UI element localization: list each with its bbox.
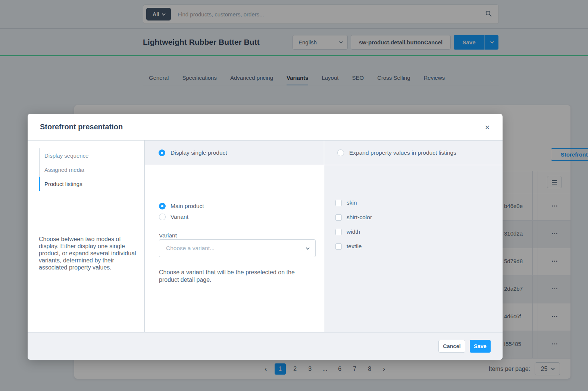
modal-header: Storefront presentation ✕ [28, 114, 503, 141]
modal-footer: Cancel Save [28, 332, 503, 360]
variant-radio[interactable] [159, 214, 166, 220]
page: All Lightweight Rubber Butter Butt Engli… [0, 0, 588, 391]
property-skin: skin [335, 199, 372, 206]
modal-body: Display sequence Assigned media Product … [28, 141, 503, 332]
property-width: width [335, 228, 372, 235]
nav-item-product-listings[interactable]: Product listings [40, 177, 88, 191]
modal-save-button[interactable]: Save [470, 340, 491, 353]
variant-helper-text: Choose a variant that will be the presel… [159, 269, 310, 284]
variant-field-label: Variant [159, 232, 177, 239]
chevron-down-icon [306, 246, 310, 250]
shirt-color-label: shirt-color [347, 214, 372, 221]
modal-nav: Display sequence Assigned media Product … [39, 148, 88, 191]
expand-property-label: Expand property values in product listin… [349, 149, 456, 156]
main-product-radio[interactable] [159, 203, 166, 209]
main-product-option: Main product [159, 203, 204, 209]
shirt-color-checkbox[interactable] [335, 214, 342, 221]
expand-property-option: Expand property values in product listin… [324, 141, 503, 165]
single-product-column: Display single product Main product Vari… [144, 141, 324, 332]
main-product-label: Main product [171, 203, 204, 209]
display-single-product-option: Display single product [145, 141, 324, 165]
single-mode-radios: Main product Variant [159, 203, 204, 220]
width-label: width [347, 228, 360, 235]
close-icon[interactable]: ✕ [483, 123, 491, 132]
variant-option: Variant [159, 214, 204, 220]
textile-checkbox[interactable] [335, 243, 342, 250]
skin-label: skin [347, 199, 357, 206]
textile-label: textile [347, 243, 362, 250]
skin-checkbox[interactable] [335, 200, 342, 206]
variant-select-placeholder: Choose a variant... [166, 245, 215, 252]
display-single-product-label: Display single product [171, 149, 227, 156]
nav-item-display-sequence[interactable]: Display sequence [40, 148, 88, 163]
mode-description: Choose between two modes of display. Eit… [39, 236, 137, 271]
property-textile: textile [335, 243, 372, 250]
modal-cancel-button[interactable]: Cancel [438, 340, 465, 353]
display-single-product-radio[interactable] [159, 149, 165, 156]
property-list: skin shirt-color width textile [335, 199, 372, 250]
variant-select[interactable]: Choose a variant... [159, 239, 316, 257]
expand-properties-column: Expand property values in product listin… [324, 141, 503, 332]
expand-property-radio[interactable] [337, 149, 344, 156]
storefront-presentation-modal: Storefront presentation ✕ Display sequen… [28, 114, 503, 360]
property-shirt-color: shirt-color [335, 214, 372, 221]
variant-label: Variant [171, 214, 188, 220]
width-checkbox[interactable] [335, 229, 342, 235]
modal-title: Storefront presentation [40, 123, 123, 131]
modal-sidebar: Display sequence Assigned media Product … [28, 141, 144, 332]
nav-item-assigned-media[interactable]: Assigned media [40, 163, 88, 177]
